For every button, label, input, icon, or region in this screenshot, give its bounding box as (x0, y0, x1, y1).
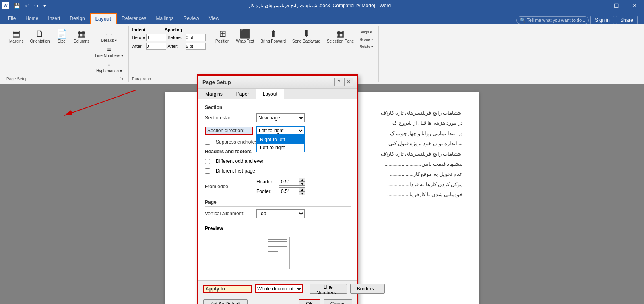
dialog-close-button[interactable]: ✕ (344, 78, 353, 86)
dialog-controls: ? ✕ (334, 78, 353, 86)
line-numbers-button[interactable]: Line Numbers... (310, 284, 347, 294)
breaks-button[interactable]: ⋯ Breaks ▾ (93, 29, 125, 44)
tab-references[interactable]: References (117, 13, 151, 24)
section-direction-select[interactable]: Left-to-right (256, 126, 305, 135)
paragraph-label: Paragraph (132, 76, 151, 82)
spacing-before-input[interactable] (186, 34, 206, 41)
footer-input[interactable] (279, 187, 299, 195)
line-numbers-button[interactable]: ≡ Line Numbers ▾ (93, 45, 125, 59)
tab-insert[interactable]: Insert (43, 13, 65, 24)
dialog-title: Page Setup (202, 79, 231, 85)
section-start-select[interactable]: New page (256, 113, 305, 122)
page-setup-dialog: Page Setup ? ✕ Margins Paper Layout Sect… (197, 74, 358, 304)
before-label: Before: (132, 35, 144, 40)
margins-button[interactable]: ▤ Margins (6, 27, 27, 45)
indent-label: Indent (132, 27, 146, 32)
restore-button[interactable]: ☐ (607, 0, 625, 11)
dropdown-option-ltr[interactable]: Left-to-right (257, 144, 304, 152)
position-button[interactable]: ⊞ Position (213, 27, 233, 45)
indent-before-input[interactable] (146, 34, 166, 41)
rotate-button[interactable]: Rotate ▾ (357, 43, 375, 50)
columns-button[interactable]: ▦ Columns (71, 27, 92, 45)
header-up-button[interactable]: ▲ (299, 178, 305, 182)
vertical-alignment-label: Vertical alignment: (205, 211, 253, 216)
orientation-button[interactable]: 🗋 Orientation (27, 27, 53, 45)
borders-button[interactable]: Borders... (350, 284, 385, 294)
dialog-tab-layout[interactable]: Layout (256, 89, 284, 99)
vertical-alignment-select[interactable]: Top Center Bottom Justified (256, 209, 305, 218)
tab-mailings[interactable]: Mailings (151, 13, 178, 24)
dialog-tab-margins[interactable]: Margins (198, 89, 229, 99)
sign-in-button[interactable]: Sign in (590, 16, 614, 24)
selection-pane-button[interactable]: ▦ Selection Pane (324, 27, 357, 45)
footer-up-button[interactable]: ▲ (299, 187, 305, 191)
send-backward-button[interactable]: ⬇ Send Backward (289, 27, 323, 45)
dialog-help-button[interactable]: ? (334, 78, 343, 86)
size-icon: 📄 (56, 29, 67, 38)
bring-forward-icon: ⬆ (270, 29, 277, 38)
tab-review[interactable]: Review (178, 13, 204, 24)
wrap-text-button[interactable]: ⬛ Wrap Text (233, 27, 257, 45)
selection-pane-icon: ▦ (336, 29, 345, 38)
wrap-text-icon: ⬛ (239, 29, 250, 38)
page-setup-launcher[interactable]: ↘ (119, 76, 124, 81)
odd-even-label: Different odd and even (216, 158, 264, 164)
spacing-after-input[interactable] (186, 43, 206, 50)
qat-more-button[interactable]: ▾ (42, 2, 48, 10)
set-default-button[interactable]: Set As Default (203, 299, 248, 304)
spacing-label: Spacing (165, 27, 182, 32)
tab-file[interactable]: File (3, 13, 21, 24)
dropdown-option-rtl[interactable]: Right-to-left (257, 136, 304, 144)
redo-button[interactable]: ↪ (33, 2, 40, 10)
odd-even-row: Different odd and even (205, 158, 351, 164)
page-setup-label: Page Setup (6, 76, 27, 82)
first-page-label: Different first page (216, 168, 255, 174)
section-direction-row: Section direction: Left-to-right Right-t… (205, 126, 351, 135)
close-button[interactable]: ✕ (625, 0, 644, 11)
save-button[interactable]: 💾 (12, 2, 22, 10)
tab-view[interactable]: View (204, 13, 224, 24)
apply-to-select[interactable]: Whole document This section This point f… (255, 284, 303, 293)
ribbon: File Home Insert Design Layout Reference… (0, 11, 644, 84)
footer-down-button[interactable]: ▼ (299, 191, 305, 195)
from-edge-row: From edge: Header: ▲ ▼ Footer: (205, 178, 351, 195)
margins-icon: ▤ (12, 29, 21, 38)
tab-design[interactable]: Design (65, 13, 89, 24)
title-bar: W 💾 ↩ ↪ ▾ اشتباهات رایج فریلنسرهای تازه … (0, 0, 644, 11)
group-button[interactable]: Group ▾ (357, 36, 375, 43)
first-page-checkbox[interactable] (205, 168, 210, 174)
breaks-icon: ⋯ (106, 30, 112, 38)
dialog-footer: Apply to: Whole document This section Th… (198, 280, 357, 297)
section-title: Section (205, 105, 351, 110)
bring-forward-button[interactable]: ⬆ Bring Forward (258, 27, 289, 45)
ribbon-group-paragraph: Indent Spacing Before: Before: After: Af… (129, 26, 209, 82)
tab-layout[interactable]: Layout (90, 13, 117, 24)
odd-even-checkbox[interactable] (205, 159, 210, 164)
spacing-before-label: Before: (168, 35, 184, 40)
suppress-endnotes-checkbox[interactable] (205, 140, 210, 145)
tab-home[interactable]: Home (21, 13, 43, 24)
indent-after-input[interactable] (146, 43, 166, 50)
tell-me-field[interactable]: 🔍 Tell me what you want to do... (516, 16, 589, 24)
from-edge-label: From edge: (205, 184, 253, 189)
position-icon: ⊞ (219, 29, 226, 38)
page-section-title: Page (205, 199, 351, 207)
hyphenation-button[interactable]: - Hyphenation ▾ (93, 60, 125, 74)
section-start-label: Section start: (205, 115, 253, 121)
cancel-button[interactable]: Cancel (324, 299, 352, 304)
undo-button[interactable]: ↩ (23, 2, 31, 10)
dialog-body: Section Section start: New page Section … (198, 99, 357, 280)
align-button[interactable]: Align ▾ (357, 29, 375, 35)
minimize-button[interactable]: ─ (588, 0, 607, 11)
size-button[interactable]: 📄 Size (54, 27, 70, 45)
dialog-tab-paper[interactable]: Paper (229, 89, 256, 99)
share-button[interactable]: Share (616, 16, 638, 24)
preview-label: Preview (205, 226, 223, 231)
footer-label: Footer: (256, 189, 277, 194)
header-input[interactable] (279, 178, 299, 186)
dialog-action-buttons: Set As Default OK Cancel (198, 297, 357, 304)
header-down-button[interactable]: ▼ (299, 182, 305, 186)
svg-line-1 (64, 90, 136, 115)
window-controls: ─ ☐ ✕ (588, 0, 644, 11)
ok-button[interactable]: OK (299, 299, 320, 304)
